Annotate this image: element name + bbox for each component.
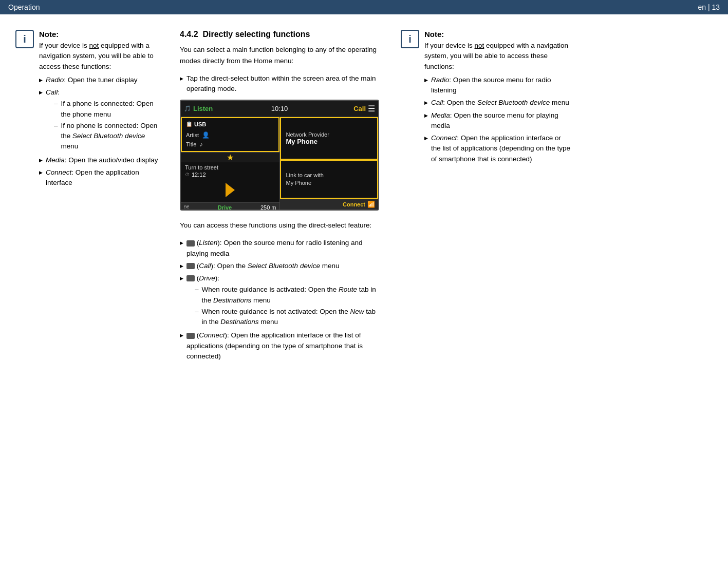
screen-time-display: 12:12 (192, 172, 206, 178)
left-info-icon: i (15, 30, 34, 48)
middle-column: 4.4.2 Directly selecting functions You c… (170, 30, 390, 365)
screen-call-section: Network Provider My Phone (280, 117, 379, 160)
usb-icon: 📋 (186, 121, 192, 127)
main-content: i Note: If your device is not equipped w… (0, 14, 728, 380)
drive-sub-list: When route guidance is activated: Open t… (186, 285, 380, 327)
right-bullet-radio: Radio: Open the source menu for radio li… (424, 75, 570, 96)
right-info-icon: i (401, 30, 419, 48)
left-sub-call-2: If no phone is connected: Open the Selec… (54, 121, 159, 152)
left-bullet-radio: Radio: Open the tuner display (39, 75, 159, 85)
screen-connect-label: Connect (343, 201, 365, 207)
left-bullet-connect: Connect: Open the application interface (39, 167, 159, 188)
right-bullet-call: Call: Open the Select Bluetooth device m… (424, 98, 570, 108)
screen-turn-label: Turn to street (185, 164, 275, 171)
page-header: Operation en | 13 (0, 0, 728, 14)
header-left: Operation (8, 3, 40, 11)
screen-body: 📋 USB Artist 👤 Title ♪ (181, 117, 378, 210)
feature-bullet-list: (Listen): Open the source menu for radio… (180, 238, 380, 362)
listen-icon-small: 🎵 (184, 105, 191, 112)
left-bullet-list: Radio: Open the tuner display Call: If a… (39, 75, 159, 188)
screen-usb-label: 📋 USB (186, 121, 274, 127)
drive-sub-1: When route guidance is activated: Open t… (195, 285, 380, 306)
right-note-intro: If your device is not equipped with a na… (424, 41, 570, 72)
call-feature-icon (186, 263, 195, 269)
screen-title-row: Title ♪ (186, 141, 274, 148)
header-right: en | 13 (698, 3, 720, 11)
feature-bullet-listen: (Listen): Open the source menu for radio… (180, 238, 380, 259)
screen-phone-label: My Phone (286, 138, 372, 145)
drive-feature-icon (186, 275, 195, 281)
screen-bottom-bar: Connect 📶 (280, 199, 379, 210)
screen-link-text: Link to car with My Phone (286, 172, 372, 187)
star-icon: ★ (227, 153, 234, 162)
access-intro-text: You can access these functions using the… (180, 220, 380, 231)
right-bullet-media: Media: Open the source menu for playing … (424, 110, 570, 131)
screen-time-row: ⏱ 12:12 (185, 172, 275, 178)
right-note-title: Note: (424, 30, 570, 39)
left-note-intro: If your device is not equipped with a na… (39, 41, 159, 72)
turn-arrow (185, 182, 275, 198)
screen-drive-bar: 🗺 Drive 250 m (181, 202, 279, 211)
screen-drive-label: Drive (218, 204, 232, 211)
screen-menu-icon: ☰ (368, 104, 375, 113)
left-note-box: i Note: If your device is not equipped w… (15, 30, 159, 191)
connect-feature-icon (186, 333, 195, 339)
right-note-content: Note: If your device is not equipped wit… (424, 30, 570, 167)
feature-bullet-call: (Call): Open the Select Bluetooth device… (180, 261, 380, 271)
drive-icon-small: 🗺 (184, 204, 189, 210)
screen-left-panel: 📋 USB Artist 👤 Title ♪ (181, 117, 280, 210)
drive-sub-2: When route guidance is not activated: Op… (195, 307, 380, 328)
screen-connect-section: Link to car with My Phone (280, 160, 379, 199)
screen-right-panel: Network Provider My Phone Link to car wi… (280, 117, 379, 210)
car-screen: 🎵 Listen 10:10 Call ☰ 📋 USB (180, 100, 379, 211)
clock-icon: ⏱ (185, 172, 190, 177)
left-sub-call-1: If a phone is connected: Open the phone … (54, 99, 159, 120)
section-title: 4.4.2 Directly selecting functions (180, 30, 380, 39)
screen-turn-section: Turn to street ⏱ 12:12 (181, 162, 279, 202)
person-icon: 👤 (202, 131, 210, 139)
access-intro: You can access these functions using the… (180, 220, 380, 231)
screen-nav-section: Turn to street ⏱ 12:12 🗺 Drive (181, 162, 279, 211)
screen-usb-section: 📋 USB Artist 👤 Title ♪ (181, 117, 279, 152)
screen-top-bar: 🎵 Listen 10:10 Call ☰ (181, 101, 378, 117)
music-icon: ♪ (199, 141, 202, 148)
right-column: i Note: If your device is not equipped w… (390, 30, 575, 365)
screen-time: 10:10 (251, 105, 308, 112)
left-sub-call: If a phone is connected: Open the phone … (46, 99, 159, 152)
right-bullet-list: Radio: Open the source menu for radio li… (424, 75, 570, 164)
left-bullet-call: Call: If a phone is connected: Open the … (39, 87, 159, 153)
left-note-content: Note: If your device is not equipped wit… (39, 30, 159, 191)
screen-artist-row: Artist 👤 (186, 131, 274, 139)
left-note-title: Note: (39, 30, 159, 39)
left-bullet-media: Media: Open the audio/video display (39, 155, 159, 165)
feature-bullet-connect: (Connect): Open the application interfac… (180, 330, 380, 362)
arrow-icon (226, 183, 235, 197)
feature-bullet-drive: (Drive): When route guidance is activate… (180, 273, 380, 328)
right-bullet-connect: Connect: Open the application interface … (424, 133, 570, 164)
right-note-box: i Note: If your device is not equipped w… (401, 30, 570, 167)
left-column: i Note: If your device is not equipped w… (10, 30, 170, 365)
star-area: ★ (181, 152, 279, 162)
section-intro: You can select a main function belonging… (180, 44, 380, 66)
signal-icon: 📶 (367, 201, 375, 208)
tap-instruction-list: Tap the direct-select button within the … (180, 73, 380, 94)
screen-listen-label: Listen (193, 105, 251, 112)
screen-distance: 250 m (260, 204, 276, 211)
screen-network-label: Network Provider (286, 131, 372, 138)
screen-call-label: Call (308, 105, 368, 112)
tap-instruction-item: Tap the direct-select button within the … (180, 73, 380, 94)
listen-feature-icon (186, 240, 195, 247)
